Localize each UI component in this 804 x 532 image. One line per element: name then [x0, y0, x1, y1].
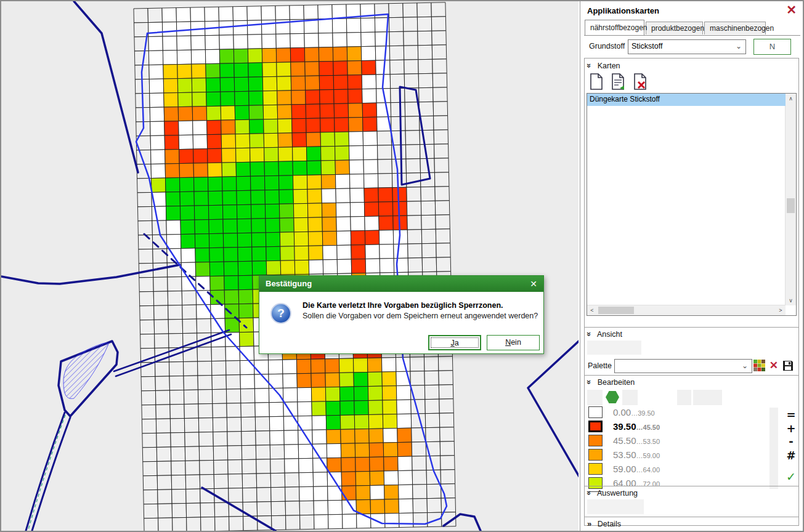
grid-cell[interactable]	[226, 375, 240, 389]
grid-cell[interactable]	[418, 59, 432, 73]
grid-cell[interactable]	[432, 45, 446, 59]
grid-cell[interactable]	[141, 390, 155, 405]
grid-cell[interactable]	[224, 290, 238, 304]
grid-cell[interactable]	[367, 358, 381, 372]
grid-cell[interactable]	[343, 514, 357, 528]
grid-cell[interactable]	[238, 261, 252, 275]
grid-cell[interactable]	[166, 235, 181, 249]
grid-cell[interactable]	[240, 389, 254, 403]
grid-cell[interactable]	[219, 7, 233, 21]
grid-cell[interactable]	[275, 6, 290, 20]
grid-cell[interactable]	[198, 418, 213, 432]
grid-cell[interactable]	[419, 102, 433, 116]
grid-cell[interactable]	[326, 415, 340, 429]
legend-row[interactable]: 59.00…64.00	[587, 462, 797, 476]
grid-cell[interactable]	[220, 63, 234, 78]
new-map-icon[interactable]	[590, 73, 603, 90]
grid-cell[interactable]	[399, 499, 413, 513]
grid-cell[interactable]	[156, 433, 171, 447]
grid-cell[interactable]	[141, 376, 155, 390]
grid-cell[interactable]	[272, 515, 286, 530]
grid-cell[interactable]	[432, 59, 447, 73]
grid-cell[interactable]	[169, 334, 183, 348]
grid-cell[interactable]	[294, 246, 309, 260]
grid-cell[interactable]	[323, 245, 337, 259]
grid-cell[interactable]	[325, 373, 339, 387]
grid-cell[interactable]	[354, 414, 368, 429]
grid-cell[interactable]	[134, 51, 148, 65]
karten-listbox[interactable]: ∧ ∨ < > Düngekarte Stickstoff	[587, 93, 797, 316]
section-ansicht-header[interactable]: » Ansicht	[587, 329, 622, 339]
grid-cell[interactable]	[291, 104, 306, 118]
grid-cell[interactable]	[137, 206, 152, 220]
grid-cell[interactable]	[368, 372, 382, 386]
grid-cell[interactable]	[335, 160, 349, 174]
grid-cell[interactable]	[424, 385, 439, 399]
grid-cell[interactable]	[239, 318, 253, 332]
grid-cell[interactable]	[164, 93, 178, 107]
grid-cell[interactable]	[320, 90, 334, 104]
grid-cell[interactable]	[150, 107, 164, 121]
grid-cell[interactable]	[171, 432, 185, 446]
grid-cell[interactable]	[166, 192, 180, 206]
section-karten-header[interactable]: » Karten	[587, 61, 620, 70]
grid-cell[interactable]	[355, 457, 370, 471]
grid-cell[interactable]	[238, 289, 253, 304]
grid-cell[interactable]	[327, 457, 341, 472]
grid-cell[interactable]	[240, 360, 254, 374]
grid-cell[interactable]	[251, 219, 266, 233]
section-details-header[interactable]: » Details	[587, 519, 621, 528]
grid-cell[interactable]	[148, 22, 162, 36]
grid-cell[interactable]	[265, 204, 279, 218]
grid-cell[interactable]	[384, 457, 398, 471]
grid-cell[interactable]	[192, 107, 206, 121]
palette-icon[interactable]	[753, 360, 765, 371]
grid-cell[interactable]	[370, 499, 384, 514]
grid-cell[interactable]	[194, 206, 208, 220]
grid-cell[interactable]	[206, 63, 220, 78]
grid-cell[interactable]	[264, 147, 278, 161]
grid-cell[interactable]	[377, 131, 391, 145]
grid-cell[interactable]	[441, 470, 455, 484]
grid-cell[interactable]	[285, 459, 299, 473]
grid-cell[interactable]	[191, 36, 205, 50]
grid-cell[interactable]	[209, 219, 223, 233]
grid-cell[interactable]	[322, 217, 336, 231]
grid-cell[interactable]	[280, 260, 294, 275]
grid-cell[interactable]	[365, 259, 380, 273]
grid-cell[interactable]	[247, 6, 261, 20]
grid-cell[interactable]	[215, 517, 229, 531]
grid-cell[interactable]	[197, 347, 211, 361]
grid-cell[interactable]	[351, 259, 365, 273]
grid-cell[interactable]	[240, 374, 254, 389]
grid-cell[interactable]	[206, 92, 221, 106]
edit-tool-button[interactable]	[587, 390, 603, 405]
grid-cell[interactable]	[413, 485, 427, 499]
grid-cell[interactable]	[164, 121, 179, 135]
grid-cell[interactable]	[335, 146, 349, 160]
grid-cell[interactable]	[251, 190, 265, 204]
grid-cell[interactable]	[370, 485, 384, 499]
grid-cell[interactable]	[284, 445, 298, 459]
grid-cell[interactable]	[199, 446, 213, 461]
grid-cell[interactable]	[228, 460, 242, 474]
grid-cell[interactable]	[263, 105, 277, 119]
grid-cell[interactable]	[337, 259, 351, 273]
grid-cell[interactable]	[403, 17, 417, 31]
grid-cell[interactable]	[255, 403, 269, 417]
grid-cell[interactable]	[355, 429, 369, 443]
grid-cell[interactable]	[308, 217, 322, 232]
grid-cell[interactable]	[365, 216, 379, 230]
grid-cell[interactable]	[389, 3, 403, 17]
grid-cell[interactable]	[162, 22, 176, 36]
grid-cell[interactable]	[439, 385, 453, 399]
grid-cell[interactable]	[209, 248, 224, 262]
grid-cell[interactable]	[307, 147, 321, 161]
grid-cell[interactable]	[224, 262, 238, 276]
grid-cell[interactable]	[235, 91, 249, 105]
grid-cell[interactable]	[144, 504, 158, 518]
yes-button[interactable]: Ja	[428, 335, 481, 350]
grid-cell[interactable]	[164, 107, 178, 121]
grid-cell[interactable]	[205, 49, 219, 63]
grid-cell[interactable]	[247, 20, 261, 34]
